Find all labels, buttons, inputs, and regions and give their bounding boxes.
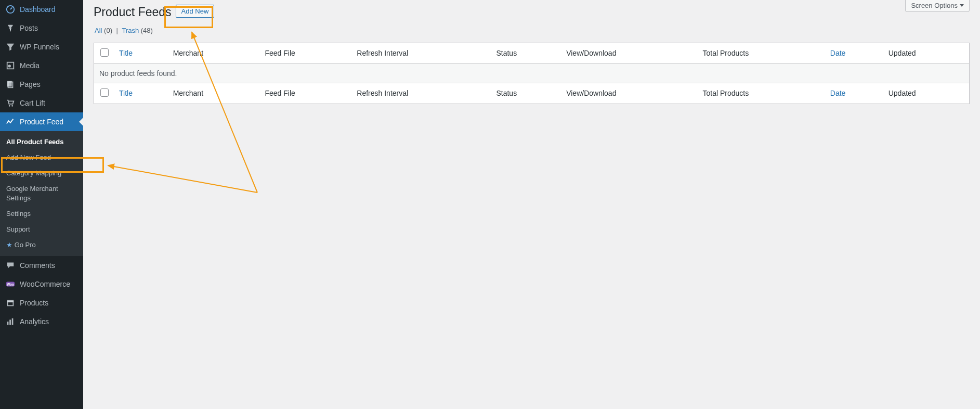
empty-message: No product feeds found. (94, 63, 970, 83)
col-updated: Updated (883, 43, 970, 63)
col-total-products: Total Products (698, 43, 825, 63)
status-filters: All (0) | Trash (48) (95, 27, 970, 34)
sidebar-item-woocommerce[interactable]: Woo WooCommerce (0, 275, 83, 293)
submenu-label: Go Pro (15, 241, 36, 249)
col-title[interactable]: Title (119, 49, 133, 57)
filter-trash-count: (48) (141, 27, 153, 34)
col-view-download-footer: View/Download (561, 83, 697, 104)
submenu-go-pro[interactable]: ★ Go Pro (0, 237, 83, 253)
svg-line-16 (108, 165, 257, 193)
filter-separator: | (116, 27, 118, 34)
col-date[interactable]: Date (830, 49, 846, 57)
admin-sidebar: Dashboard Posts WP Funnels Media Pages C… (0, 0, 83, 409)
sidebar-item-dashboard[interactable]: Dashboard (0, 0, 83, 19)
screen-options-button[interactable]: Screen Options (905, 0, 970, 12)
filter-trash-link[interactable]: Trash (122, 27, 139, 34)
page-header: Product Feeds Add New (94, 0, 970, 22)
sidebar-item-wpfunnels[interactable]: WP Funnels (0, 37, 83, 56)
funnel-icon (5, 42, 16, 52)
table-empty-row: No product feeds found. (94, 63, 970, 83)
col-status-footer: Status (491, 83, 561, 104)
col-status: Status (491, 43, 561, 63)
archive-icon (5, 298, 16, 308)
page-title: Product Feeds (94, 5, 172, 20)
col-view-download: View/Download (561, 43, 697, 63)
svg-rect-1 (10, 29, 11, 32)
dashboard-icon (5, 4, 16, 15)
filter-all-count: (0) (104, 27, 112, 34)
sidebar-label: WooCommerce (20, 279, 79, 289)
svg-rect-12 (7, 322, 9, 325)
svg-point-7 (11, 105, 13, 107)
svg-text:Woo: Woo (7, 283, 14, 286)
sidebar-label: Cart Lift (20, 98, 79, 108)
col-updated-footer: Updated (883, 83, 970, 104)
col-feed-file: Feed File (259, 43, 351, 63)
bars-icon (5, 316, 16, 327)
sidebar-label: Analytics (20, 317, 79, 326)
select-all-checkbox-header[interactable] (100, 48, 109, 57)
col-feed-file-footer: Feed File (259, 83, 351, 104)
svg-rect-13 (9, 319, 11, 325)
media-icon (5, 60, 16, 71)
star-icon: ★ (6, 241, 12, 249)
add-new-button[interactable]: Add New (176, 5, 215, 18)
submenu-all-product-feeds[interactable]: All Product Feeds (0, 134, 83, 150)
sidebar-label: Products (20, 298, 79, 308)
sidebar-item-cartlift[interactable]: Cart Lift (0, 94, 83, 112)
caret-down-icon (960, 4, 964, 7)
sidebar-label: Posts (20, 23, 79, 33)
feeds-table: Title Merchant Feed File Refresh Interva… (94, 43, 970, 104)
col-refresh-interval: Refresh Interval (351, 43, 491, 63)
sidebar-item-analytics[interactable]: Analytics (0, 312, 83, 331)
sidebar-label: Comments (20, 261, 79, 270)
chart-line-icon (5, 117, 16, 127)
svg-rect-5 (7, 81, 12, 87)
col-merchant: Merchant (168, 43, 260, 63)
sidebar-label: Pages (20, 80, 79, 89)
col-merchant-footer: Merchant (168, 83, 260, 104)
submenu-settings[interactable]: Settings (0, 206, 83, 222)
svg-point-3 (8, 65, 11, 67)
sidebar-label: WP Funnels (20, 42, 79, 52)
filter-all-link[interactable]: All (95, 27, 102, 34)
col-title-footer[interactable]: Title (119, 89, 133, 97)
cart-icon (5, 98, 16, 108)
pushpin-icon (5, 23, 16, 33)
screen-options-label: Screen Options (911, 2, 958, 9)
submenu-google-merchant-settings[interactable]: Google Merchant Settings (0, 181, 83, 206)
submenu-support[interactable]: Support (0, 222, 83, 237)
submenu-category-mapping[interactable]: Category Mapping (0, 165, 83, 181)
svg-point-6 (9, 105, 10, 107)
svg-rect-11 (8, 302, 14, 305)
sidebar-item-comments[interactable]: Comments (0, 256, 83, 275)
sidebar-submenu: All Product Feeds Add New Feed Category … (0, 131, 83, 256)
submenu-add-new-feed[interactable]: Add New Feed (0, 150, 83, 165)
sidebar-item-productfeed[interactable]: Product Feed (0, 112, 83, 131)
comment-icon (5, 260, 16, 271)
col-total-products-footer: Total Products (698, 83, 825, 104)
sidebar-item-media[interactable]: Media (0, 56, 83, 75)
sidebar-label: Product Feed (20, 117, 79, 126)
sidebar-label: Media (20, 61, 79, 70)
sidebar-item-products[interactable]: Products (0, 293, 83, 312)
col-date-footer[interactable]: Date (830, 89, 846, 97)
main-content: Screen Options Product Feeds Add New All… (83, 0, 980, 409)
woo-icon: Woo (5, 279, 16, 289)
sidebar-label: Dashboard (20, 5, 79, 14)
svg-rect-14 (12, 318, 14, 325)
sidebar-item-pages[interactable]: Pages (0, 75, 83, 94)
col-refresh-interval-footer: Refresh Interval (351, 83, 491, 104)
sidebar-item-posts[interactable]: Posts (0, 19, 83, 37)
page-icon (5, 79, 16, 90)
select-all-checkbox-footer[interactable] (100, 88, 109, 97)
